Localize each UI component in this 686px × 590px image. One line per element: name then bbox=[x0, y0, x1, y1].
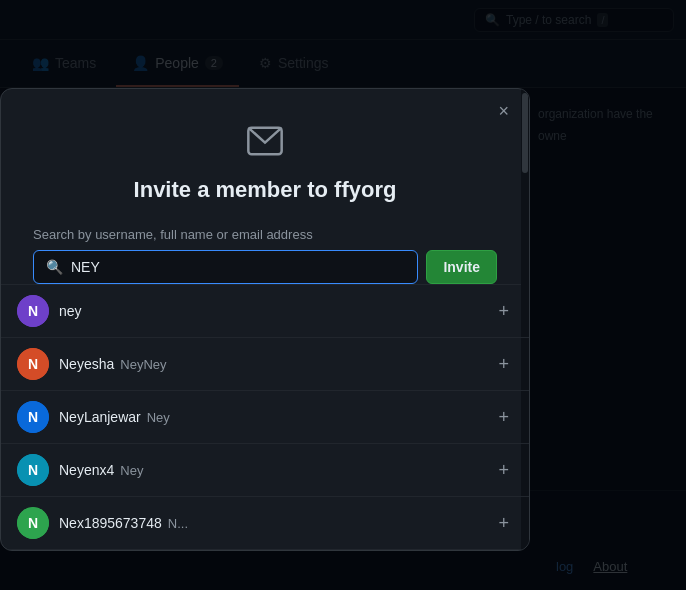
result-username-5: Nex1895673748 bbox=[59, 515, 162, 531]
modal-title: Invite a member to ffyorg bbox=[33, 177, 497, 203]
result-names-3: NeyLanjewar Ney bbox=[59, 409, 484, 425]
modal-search-field-wrapper[interactable]: 🔍 bbox=[33, 250, 418, 284]
avatar-svg-3: N bbox=[17, 401, 49, 433]
result-add-button-3[interactable]: + bbox=[494, 403, 513, 432]
modal-search-label: Search by username, full name or email a… bbox=[33, 227, 497, 242]
result-avatar-4: N bbox=[17, 454, 49, 486]
result-displayname-5: N... bbox=[168, 516, 188, 531]
result-username-3: NeyLanjewar bbox=[59, 409, 141, 425]
result-add-button-5[interactable]: + bbox=[494, 509, 513, 538]
result-names-2: Neyesha NeyNey bbox=[59, 356, 484, 372]
modal-search-icon: 🔍 bbox=[46, 259, 63, 275]
modal-icon-area bbox=[33, 121, 497, 161]
result-username-4: Neyenx4 bbox=[59, 462, 114, 478]
result-avatar-2: N bbox=[17, 348, 49, 380]
result-names-1: ney bbox=[59, 303, 484, 319]
svg-text:N: N bbox=[28, 462, 38, 478]
svg-text:N: N bbox=[28, 356, 38, 372]
results-list: N ney + N Neyesha NeyNey + bbox=[1, 284, 529, 550]
result-add-button-4[interactable]: + bbox=[494, 456, 513, 485]
result-displayname-2: NeyNey bbox=[120, 357, 166, 372]
invite-modal: × Invite a member to ffyorg Search by us… bbox=[0, 88, 530, 551]
result-names-4: Neyenx4 Ney bbox=[59, 462, 484, 478]
result-item-2[interactable]: N Neyesha NeyNey + bbox=[1, 338, 529, 391]
avatar-svg-5: N bbox=[17, 507, 49, 539]
result-displayname-4: Ney bbox=[120, 463, 143, 478]
result-item-4[interactable]: N Neyenx4 Ney + bbox=[1, 444, 529, 497]
result-item-3[interactable]: N NeyLanjewar Ney + bbox=[1, 391, 529, 444]
avatar-svg-4: N bbox=[17, 454, 49, 486]
modal-body: Invite a member to ffyorg Search by user… bbox=[1, 89, 529, 284]
result-avatar-3: N bbox=[17, 401, 49, 433]
result-add-button-2[interactable]: + bbox=[494, 350, 513, 379]
avatar-svg-2: N bbox=[17, 348, 49, 380]
result-avatar-5: N bbox=[17, 507, 49, 539]
member-search-input[interactable] bbox=[71, 259, 405, 275]
svg-text:N: N bbox=[28, 515, 38, 531]
modal-scrollbar-thumb[interactable] bbox=[522, 93, 528, 173]
svg-text:N: N bbox=[28, 409, 38, 425]
invite-button[interactable]: Invite bbox=[426, 250, 497, 284]
result-username-1: ney bbox=[59, 303, 82, 319]
result-add-button-1[interactable]: + bbox=[494, 297, 513, 326]
result-displayname-3: Ney bbox=[147, 410, 170, 425]
modal-search-row: 🔍 Invite bbox=[33, 250, 497, 284]
result-avatar-1: N bbox=[17, 295, 49, 327]
result-username-2: Neyesha bbox=[59, 356, 114, 372]
result-item-1[interactable]: N ney + bbox=[1, 285, 529, 338]
result-item-5[interactable]: N Nex1895673748 N... + bbox=[1, 497, 529, 550]
avatar-svg-1: N bbox=[17, 295, 49, 327]
mail-icon bbox=[245, 121, 285, 161]
result-names-5: Nex1895673748 N... bbox=[59, 515, 484, 531]
modal-close-button[interactable]: × bbox=[498, 101, 509, 122]
svg-text:N: N bbox=[28, 303, 38, 319]
